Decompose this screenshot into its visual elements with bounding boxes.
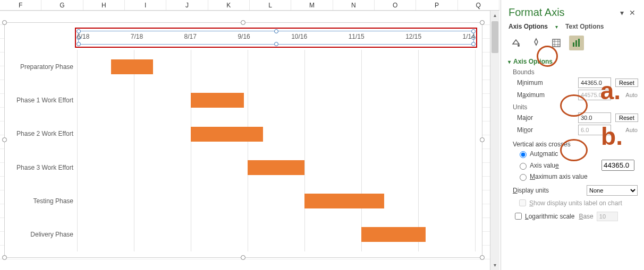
pane-title: Format Axis (509, 6, 565, 19)
minor-label: Minor (517, 126, 578, 134)
pane-title-row: Format Axis ▾ ✕ (509, 6, 638, 19)
chevron-down-icon: ▾ (555, 24, 558, 30)
category-label: Delivery Phase (6, 218, 75, 251)
scroll-up-icon[interactable]: ▴ (490, 11, 499, 20)
resize-handle[interactable] (241, 20, 245, 25)
major-reset-button[interactable]: Reset (615, 114, 638, 122)
major-label: Major (517, 114, 578, 121)
crosses-automatic-label: Automatic (530, 150, 558, 158)
option-icon-row (509, 36, 638, 50)
scroll-thumb[interactable] (492, 21, 498, 53)
axis-options-section-header[interactable]: Axis Options (509, 58, 638, 65)
bar-segment[interactable] (248, 160, 304, 175)
minor-input[interactable] (578, 125, 611, 135)
minimum-input[interactable] (578, 77, 611, 88)
crosses-axis-value-radio[interactable] (520, 163, 527, 170)
resize-handle[interactable] (480, 255, 485, 260)
chart-bars (77, 50, 475, 251)
x-tick: 7/18 (131, 33, 143, 43)
x-tick: 6/18 (77, 33, 89, 43)
x-tick: 12/15 (405, 33, 421, 43)
resize-handle[interactable] (2, 20, 7, 25)
major-input[interactable] (578, 112, 611, 123)
crosses-label: Vertical axis crosses (513, 141, 638, 148)
bar-segment[interactable] (111, 59, 152, 74)
x-tick: 10/16 (291, 33, 307, 43)
resize-handle[interactable] (480, 137, 485, 142)
minimum-label: Minimum (517, 79, 578, 86)
resize-handle[interactable] (241, 255, 245, 260)
vertical-scrollbar[interactable]: ▴ ▾ (490, 11, 499, 270)
col-header[interactable]: I (125, 0, 166, 10)
log-scale-checkbox[interactable] (515, 213, 522, 220)
axis-options-icon[interactable] (569, 36, 584, 50)
col-header[interactable]: K (208, 0, 250, 10)
crosses-axis-value-input[interactable] (601, 160, 634, 171)
svg-rect-4 (575, 40, 577, 47)
resize-handle[interactable] (480, 20, 485, 25)
category-label: Phase 1 Work Effort (6, 83, 75, 117)
x-tick: 1/14 (463, 33, 475, 43)
bar-segment[interactable] (191, 93, 244, 108)
crosses-maximum-label: Maximum axis value (530, 173, 588, 180)
resize-handle[interactable] (2, 255, 7, 260)
x-tick: 9/16 (238, 33, 250, 43)
fill-line-icon[interactable] (509, 36, 523, 50)
bar-row (77, 117, 475, 151)
bar-row (77, 50, 475, 83)
pane-close-icon[interactable]: ✕ (627, 8, 638, 17)
effects-icon[interactable] (529, 36, 544, 50)
x-tick: 11/15 (349, 33, 365, 43)
pane-tab-row: Axis Options ▾ Text Options (509, 23, 638, 30)
log-base-input (597, 212, 618, 221)
category-label: Preparatory Phase (6, 50, 75, 83)
show-units-label-checkbox (519, 199, 526, 206)
maximum-input[interactable] (578, 90, 611, 100)
bar-segment[interactable] (304, 194, 384, 208)
bar-segment[interactable] (361, 227, 426, 242)
format-axis-pane: Format Axis ▾ ✕ Axis Options ▾ Text Opti… (501, 0, 644, 270)
minimum-reset-button[interactable]: Reset (615, 79, 638, 87)
svg-rect-2 (553, 39, 560, 47)
size-properties-icon[interactable] (549, 36, 564, 50)
bar-row (77, 184, 475, 217)
svg-point-0 (518, 45, 520, 47)
svg-rect-3 (573, 42, 574, 47)
col-header[interactable]: O (375, 0, 416, 10)
log-base-label: Base (579, 213, 593, 220)
col-header[interactable]: Q (458, 0, 499, 10)
units-label: Units (513, 103, 638, 111)
col-header[interactable]: J (166, 0, 208, 10)
col-header[interactable]: M (291, 0, 333, 10)
bar-row (77, 83, 475, 117)
log-scale-label: Logarithmic scale (525, 213, 574, 220)
col-header[interactable]: N (333, 0, 375, 10)
maximum-label: Maximum (517, 91, 578, 99)
scroll-down-icon[interactable]: ▾ (490, 260, 499, 270)
col-header[interactable]: H (83, 0, 125, 10)
bar-segment[interactable] (191, 127, 263, 142)
category-axis-labels: Preparatory Phase Phase 1 Work Effort Ph… (6, 50, 75, 251)
display-units-select[interactable]: None (587, 185, 638, 196)
tab-text-options[interactable]: Text Options (565, 23, 604, 30)
svg-marker-1 (535, 39, 538, 45)
col-header[interactable]: P (416, 0, 457, 10)
category-label: Phase 3 Work Effort (6, 151, 75, 184)
tab-axis-options[interactable]: Axis Options (509, 23, 548, 30)
col-header[interactable]: G (41, 0, 83, 10)
minor-auto-label: Auto (625, 127, 638, 133)
col-header[interactable]: F (0, 0, 41, 10)
maximum-auto-label: Auto (625, 92, 638, 98)
crosses-maximum-radio[interactable] (520, 174, 527, 181)
display-units-label: Display units (513, 187, 549, 194)
show-units-label: Show display units label on chart (529, 199, 622, 207)
crosses-axis-value-label: Axis value (530, 162, 601, 169)
bar-row (77, 151, 475, 184)
category-label: Testing Phase (6, 184, 75, 217)
crosses-automatic-radio[interactable] (520, 151, 527, 158)
x-axis-ticks: 6/18 7/18 8/17 9/16 10/16 11/15 12/15 1/… (77, 33, 475, 43)
col-header[interactable]: L (250, 0, 291, 10)
x-tick: 8/17 (184, 33, 197, 43)
category-label: Phase 2 Work Effort (6, 117, 75, 151)
pane-menu-icon[interactable]: ▾ (616, 8, 627, 17)
